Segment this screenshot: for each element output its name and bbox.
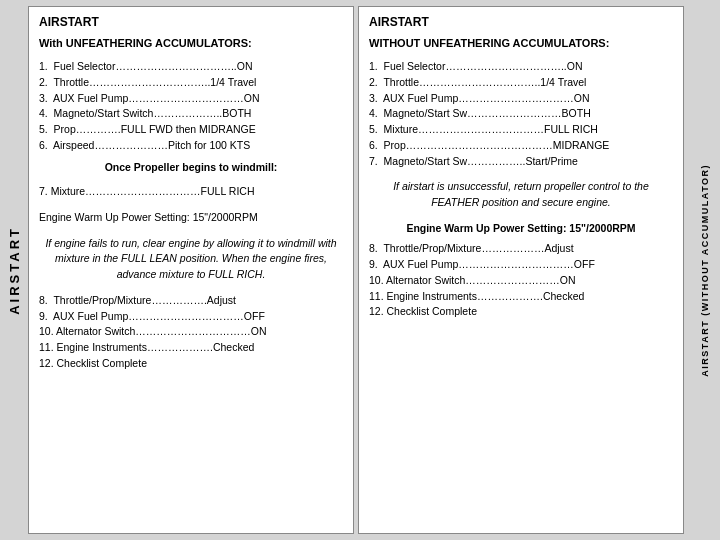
left-sidebar-label: AIRSTART [0, 0, 28, 540]
list-item: 3. AUX Fuel Pump……………………………ON [369, 91, 673, 107]
left-items-list: 1. Fuel Selector……………………………..ON 2. Throt… [39, 59, 343, 154]
left-items-list-2: 8. Throttle/Prop/Mixture…………….Adjust 9. … [39, 293, 343, 372]
left-panel-title: AIRSTART [39, 15, 343, 29]
page-container: AIRSTART AIRSTART With UNFEATHERING ACCU… [0, 0, 720, 540]
right-panel-subtitle: WITHOUT UNFEATHERING ACCUMULATORS: [369, 37, 673, 49]
right-label-text: AIRSTART (WITHOUT ACCUMULATOR) [700, 164, 710, 377]
list-item: 11. Engine Instruments……………….Checked [39, 340, 343, 356]
right-sidebar-label: AIRSTART (WITHOUT ACCUMULATOR) [690, 0, 720, 540]
engine-note-right: Engine Warm Up Power Setting: 15"/2000RP… [369, 221, 673, 236]
once-note: Once Propeller begins to windmill: [39, 160, 343, 175]
left-panel: AIRSTART With UNFEATHERING ACCUMULATORS:… [28, 6, 354, 534]
list-item: 10. Alternator Switch……………………………ON [39, 324, 343, 340]
list-item: 4. Magneto/Start Sw………………………BOTH [369, 106, 673, 122]
list-item: 8. Throttle/Prop/Mixture………………Adjust [369, 241, 673, 257]
right-panel-title: AIRSTART [369, 15, 673, 29]
right-panel: AIRSTART WITHOUT UNFEATHERING ACCUMULATO… [358, 6, 684, 534]
warning-text-left: If engine fails to run, clear engine by … [39, 236, 343, 283]
list-item: 3. AUX Fuel Pump……………………………ON [39, 91, 343, 107]
list-item: 6. Prop……………………………………MIDRANGE [369, 138, 673, 154]
list-item: 6. Airspeed…………………Pitch for 100 KTS [39, 138, 343, 154]
left-panel-subtitle: With UNFEATHERING ACCUMULATORS: [39, 37, 343, 49]
list-item: 1. Fuel Selector……………………………..ON [39, 59, 343, 75]
item-7b-line: Engine Warm Up Power Setting: 15"/2000RP… [39, 210, 343, 226]
list-item: 5. Prop………….FULL FWD then MIDRANGE [39, 122, 343, 138]
list-item: 2. Throttle……………………………..1/4 Travel [369, 75, 673, 91]
list-item: 12. Checklist Complete [369, 304, 673, 320]
main-content: AIRSTART With UNFEATHERING ACCUMULATORS:… [28, 0, 690, 540]
right-items-list-2: 8. Throttle/Prop/Mixture………………Adjust 9. … [369, 241, 673, 320]
list-item: 9. AUX Fuel Pump……………………………OFF [369, 257, 673, 273]
warning-text-right: If airstart is unsuccessful, return prop… [369, 179, 673, 211]
list-item: 2. Throttle……………………………..1/4 Travel [39, 75, 343, 91]
list-item: 12. Checklist Complete [39, 356, 343, 372]
item-7-line: 7. Mixture……………………………FULL RICH [39, 184, 343, 200]
list-item: 9. AUX Fuel Pump……………………………OFF [39, 309, 343, 325]
list-item: 5. Mixture………………………………FULL RICH [369, 122, 673, 138]
list-item: 1. Fuel Selector……………………………..ON [369, 59, 673, 75]
left-label-text: AIRSTART [7, 226, 22, 315]
list-item: 10. Alternator Switch………………………ON [369, 273, 673, 289]
list-item: 4. Magneto/Start Switch………………..BOTH [39, 106, 343, 122]
list-item: 11. Engine Instruments……………….Checked [369, 289, 673, 305]
list-item: 7. Magneto/Start Sw……………..Start/Prime [369, 154, 673, 170]
right-items-list: 1. Fuel Selector……………………………..ON 2. Throt… [369, 59, 673, 169]
list-item: 8. Throttle/Prop/Mixture…………….Adjust [39, 293, 343, 309]
